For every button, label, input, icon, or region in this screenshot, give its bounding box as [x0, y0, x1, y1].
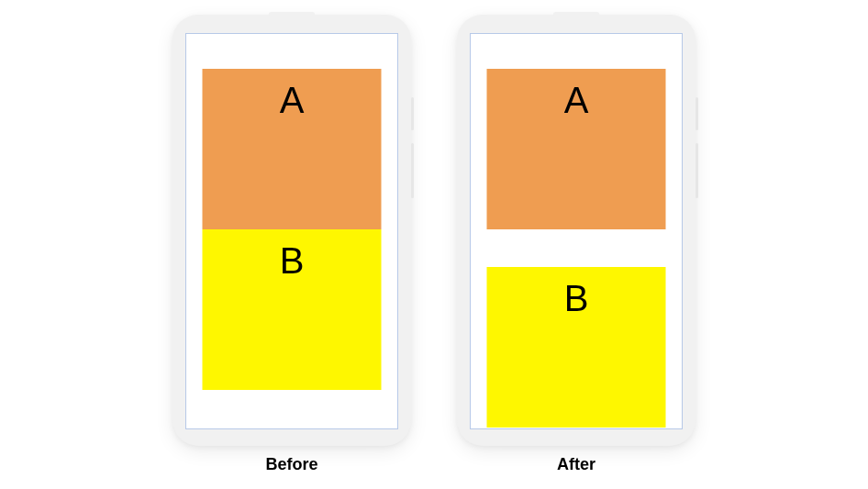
- phone-screen-before: A B: [185, 33, 398, 429]
- box-a-before: A: [203, 69, 382, 229]
- phone-side-button: [696, 143, 698, 198]
- phone-side-button: [696, 97, 698, 130]
- phone-screen-after: A B: [470, 33, 683, 429]
- phone-before: A B Before: [172, 15, 411, 474]
- phone-frame-after: A B: [457, 15, 696, 446]
- phone-side-button: [411, 143, 414, 198]
- phone-frame-before: A B: [172, 15, 411, 446]
- caption-after: After: [557, 455, 595, 474]
- box-b-before: B: [203, 229, 382, 390]
- phone-side-button: [411, 97, 414, 130]
- box-a-after: A: [487, 69, 666, 229]
- caption-before: Before: [265, 455, 317, 474]
- box-b-after: B: [487, 267, 666, 428]
- phone-after: A B After: [457, 15, 696, 474]
